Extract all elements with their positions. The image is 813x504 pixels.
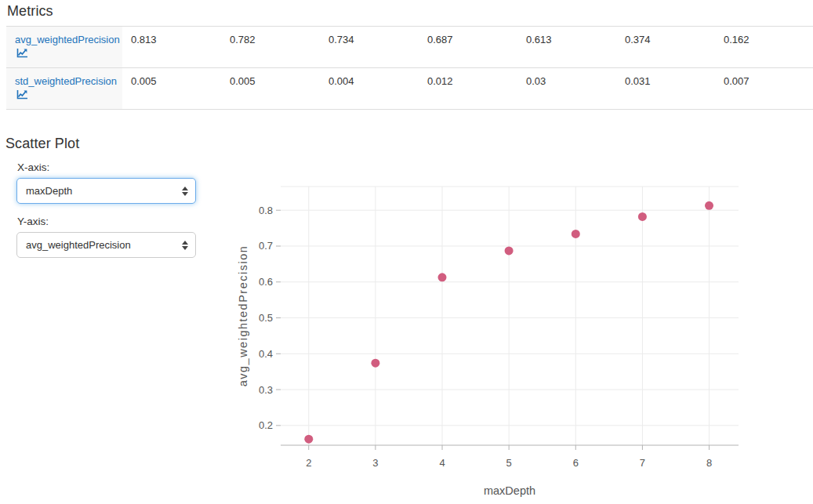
x-axis-select[interactable]: maxDepth: [16, 178, 196, 204]
y-tick-label: 0.2: [259, 419, 273, 431]
metric-value-cell: 0.782: [221, 27, 320, 68]
metric-value-cell: 0.374: [616, 27, 715, 68]
x-tick-label: 2: [306, 457, 311, 469]
y-tick-label: 0.7: [259, 240, 273, 252]
scatter-plot-section-title: Scatter Plot: [5, 136, 79, 152]
metric-value-cell: 0.005: [221, 68, 320, 110]
y-axis-select[interactable]: avg_weightedPrecision: [16, 232, 196, 258]
table-row: std_weightedPrecision 0.005 0.005 0.004 …: [6, 68, 813, 110]
metric-value-cell: 0.007: [715, 68, 813, 110]
select-stepper-icon: [182, 187, 188, 196]
metrics-table: avg_weightedPrecision 0.813 0.782 0.734 …: [6, 26, 813, 110]
metric-name-cell: avg_weightedPrecision: [6, 27, 122, 68]
x-tick-label: 3: [372, 457, 378, 469]
metric-value-cell: 0.012: [419, 68, 517, 110]
table-row: avg_weightedPrecision 0.813 0.782 0.734 …: [6, 27, 813, 68]
x-axis-title: maxDepth: [484, 484, 535, 497]
metric-link-avg-weightedprecision[interactable]: avg_weightedPrecision: [15, 34, 116, 45]
y-tick-label: 0.5: [259, 312, 273, 324]
metric-value-cell: 0.03: [517, 68, 616, 110]
x-tick-label: 6: [573, 457, 579, 469]
metric-value-cell: 0.613: [517, 27, 616, 68]
line-chart-icon[interactable]: [16, 89, 28, 102]
metric-value-cell: 0.813: [122, 27, 221, 68]
x-tick-label: 7: [640, 457, 645, 469]
scatter-chart: 0.20.30.40.50.60.70.82345678maxDepthavg_…: [223, 176, 813, 504]
y-axis-selected-value: avg_weightedPrecision: [26, 239, 173, 251]
metric-name-cell: std_weightedPrecision: [6, 68, 122, 110]
y-tick-label: 0.6: [259, 276, 273, 288]
scatter-point[interactable]: [304, 435, 313, 444]
scatter-point[interactable]: [371, 359, 379, 368]
scatter-point[interactable]: [438, 273, 447, 281]
scatter-point[interactable]: [705, 201, 713, 210]
y-tick-label: 0.8: [259, 205, 273, 216]
metric-value-cell: 0.005: [122, 68, 221, 110]
x-axis-selected-value: maxDepth: [26, 185, 173, 197]
scatter-chart-svg: 0.20.30.40.50.60.70.82345678maxDepthavg_…: [223, 176, 813, 504]
metric-value-cell: 0.734: [320, 27, 419, 68]
x-tick-label: 4: [439, 457, 445, 469]
x-tick-label: 5: [506, 457, 512, 469]
metric-value-cell: 0.162: [715, 27, 813, 68]
metric-value-cell: 0.031: [616, 68, 715, 110]
y-axis-field-label: Y-axis:: [17, 216, 49, 227]
scatter-point[interactable]: [505, 246, 514, 255]
metric-link-std-weightedprecision[interactable]: std_weightedPrecision: [15, 75, 116, 87]
scatter-point[interactable]: [572, 230, 580, 238]
scatter-point[interactable]: [638, 212, 647, 221]
x-tick-label: 8: [706, 457, 712, 469]
metric-value-cell: 0.004: [320, 68, 419, 110]
y-axis-title: avg_weightedPrecision: [237, 245, 249, 387]
x-axis-field-label: X-axis:: [17, 161, 49, 173]
y-tick-label: 0.4: [259, 348, 273, 360]
metric-value-cell: 0.687: [419, 27, 517, 68]
select-stepper-icon: [182, 241, 188, 250]
line-chart-icon[interactable]: [16, 48, 28, 60]
metrics-section-title: Metrics: [7, 3, 53, 20]
y-tick-label: 0.3: [259, 384, 273, 396]
